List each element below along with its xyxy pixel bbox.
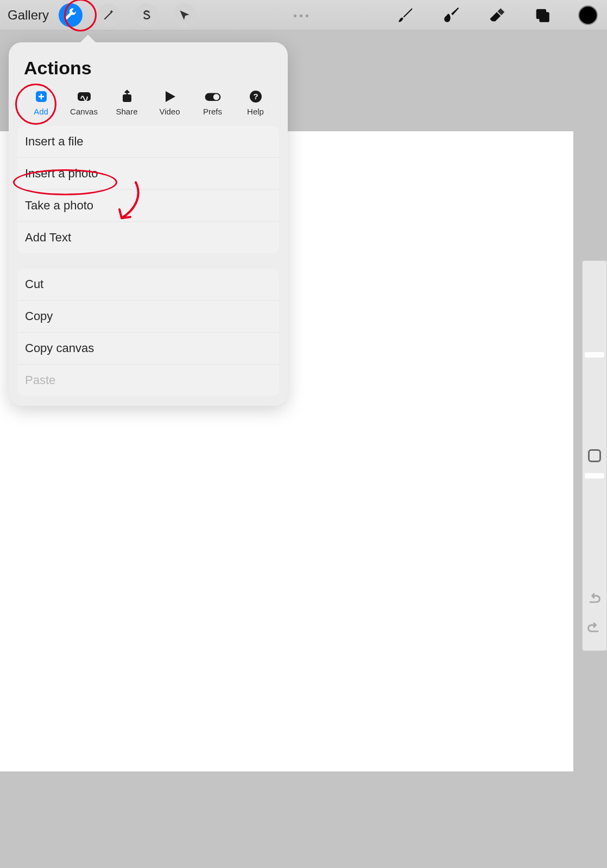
color-well-icon (578, 5, 598, 25)
tab-label: Canvas (70, 107, 98, 116)
tab-label: Video (159, 107, 180, 116)
gallery-button[interactable]: Gallery (8, 8, 49, 23)
menu-insert-file[interactable]: Insert a file (17, 126, 279, 158)
share-icon (118, 90, 136, 104)
menu-add-text[interactable]: Add Text (17, 222, 279, 253)
actions-popover: Actions Add Canvas Share Video (9, 42, 288, 406)
play-icon (161, 90, 179, 104)
s-selection-icon (140, 8, 154, 22)
svg-point-6 (213, 94, 219, 100)
canvas-icon (75, 90, 93, 104)
popover-title: Actions (9, 42, 288, 86)
brush-button[interactable] (394, 4, 417, 27)
selection-button[interactable] (135, 3, 159, 27)
tab-label: Help (247, 107, 264, 116)
tab-label: Add (34, 107, 48, 116)
brush-icon (396, 6, 415, 24)
layers-button[interactable] (531, 4, 554, 27)
layers-icon (533, 6, 552, 24)
modify-button[interactable] (588, 449, 601, 462)
tab-label: Share (116, 107, 137, 116)
tab-prefs[interactable]: Prefs (191, 86, 234, 119)
arrow-cursor-icon (178, 8, 192, 22)
transform-button[interactable] (173, 3, 197, 27)
tab-video[interactable]: Video (148, 86, 191, 119)
redo-icon[interactable] (586, 621, 602, 636)
menu-copy-canvas[interactable]: Copy canvas (17, 333, 279, 365)
add-icon (33, 90, 50, 104)
smudge-icon (442, 6, 460, 24)
eraser-button[interactable] (485, 4, 508, 27)
opacity-thumb[interactable] (585, 473, 604, 478)
undo-icon[interactable] (586, 591, 602, 607)
brush-size-slider[interactable] (583, 261, 606, 442)
menu-cut[interactable]: Cut (17, 269, 279, 301)
popover-tabs: Add Canvas Share Video Prefs (9, 86, 288, 124)
modify-ellipsis-icon[interactable]: ••• (293, 10, 311, 22)
tab-help[interactable]: ? Help (234, 86, 277, 119)
menu-copy[interactable]: Copy (17, 301, 279, 333)
help-icon: ? (247, 90, 264, 104)
svg-text:?: ? (253, 92, 258, 101)
tab-add[interactable]: Add (20, 86, 62, 119)
wrench-icon (64, 8, 78, 22)
wand-icon (102, 8, 116, 22)
menu-paste[interactable]: Paste (17, 365, 279, 396)
menu-group-clipboard: Cut Copy Copy canvas Paste (9, 266, 288, 398)
tab-label: Prefs (203, 107, 222, 116)
svg-rect-1 (539, 12, 549, 22)
menu-insert-photo[interactable]: Insert a photo (17, 158, 279, 190)
actions-wrench-button[interactable] (59, 3, 83, 27)
color-button[interactable] (577, 4, 599, 27)
menu-group-insert: Insert a file Insert a photo Take a phot… (9, 124, 288, 256)
toggle-icon (204, 90, 222, 104)
smudge-button[interactable] (440, 4, 463, 27)
menu-take-photo[interactable]: Take a photo (17, 190, 279, 222)
undo-redo-group (586, 591, 602, 636)
eraser-icon (488, 6, 506, 24)
tab-share[interactable]: Share (105, 86, 148, 119)
tab-canvas[interactable]: Canvas (62, 86, 105, 119)
brush-size-thumb[interactable] (585, 352, 604, 358)
adjustments-button[interactable] (97, 3, 121, 27)
